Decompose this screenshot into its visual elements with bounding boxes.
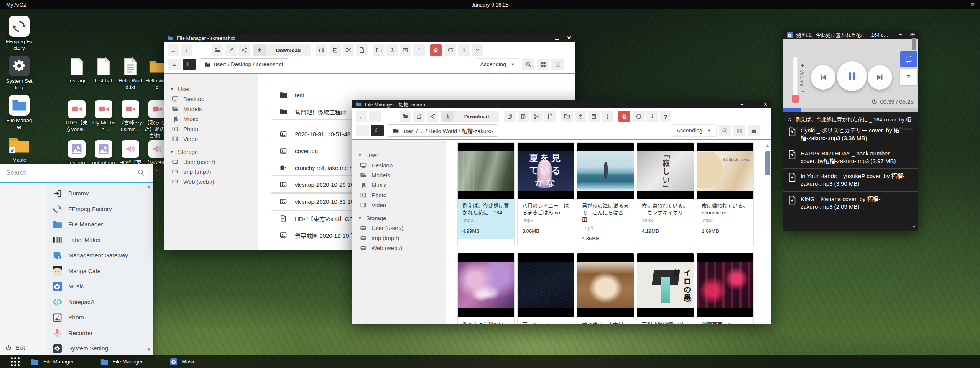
sort-order-dropdown[interactable]: Ascending▼ [475,59,520,70]
help-button[interactable]: ? [660,111,671,122]
sidebar-item-desktop[interactable]: Desktop [358,160,446,170]
sidebar-item-user-drive[interactable]: User (user:/) [358,223,446,233]
refresh-button[interactable] [445,44,456,56]
category-download[interactable] [0,222,46,234]
app-item-notepada[interactable]: NotepadA [46,294,153,310]
scroll-up-icon[interactable]: ▲ [146,184,151,189]
launcher-file-manager[interactable]: File Manager [5,95,33,131]
taskbar-item-music[interactable]: Music [170,358,196,365]
maximize-button[interactable] [555,35,559,41]
upload-button[interactable] [386,44,398,56]
sidebar-item-models[interactable]: Models [358,170,446,180]
sidebar-section-user[interactable]: ▼User [358,150,446,160]
grid-file-card[interactable]: 吉＿HarryP cover [517,253,574,324]
open-external-button[interactable] [225,44,237,56]
app-item-dummy[interactable]: Dummy [46,186,153,201]
minimize-button[interactable]: − [899,32,902,37]
search-button[interactable] [719,125,731,136]
app-item-management-gateway[interactable]: Management Gateway [46,248,153,263]
back-button[interactable]: ← [168,44,179,56]
rename-button[interactable] [413,44,425,56]
grid-file-card[interactable]: 命に嫌われている。 命に嫌われている。acoustic co... .mp3 1… [697,142,754,246]
dark-mode-toggle[interactable]: ☾ [183,59,196,70]
paste-button[interactable] [329,44,341,56]
app-item-system-setting[interactable]: System Setting [46,341,153,355]
archive-button[interactable] [400,44,411,56]
sidebar-item-tmp-drive[interactable]: tmp (tmp:/) [170,167,258,177]
share-button[interactable] [238,44,250,56]
dark-mode-toggle[interactable]: ☾ [371,125,384,136]
category-other[interactable] [0,293,46,305]
category-utilities[interactable] [0,281,46,293]
launcher-ffmpeg-factory[interactable]: FFmpeg Factory [5,16,33,52]
open-button[interactable] [212,44,223,56]
sidebar-section-storage[interactable]: ▼Storage [170,147,258,157]
sidebar-toggle-button[interactable]: ≡ [168,59,181,70]
info-button[interactable]: i [646,111,658,122]
app-item-photo[interactable]: Photo [46,310,153,325]
paste-button[interactable] [518,111,529,122]
close-button[interactable]: ✕ [567,35,571,41]
sidebar-item-music[interactable]: Music [170,114,258,124]
grid-file-card[interactable]: 四季折々に揺蕩い [457,253,515,324]
sidebar-item-music[interactable]: Music [358,180,446,190]
taskbar-item-file-manager-2[interactable]: File Manager [100,358,143,365]
sidebar-item-photo[interactable]: Photo [170,124,258,134]
trash-button[interactable] [430,44,442,56]
next-track-button[interactable] [868,65,892,90]
category-system-tools[interactable] [0,270,46,281]
volume-down[interactable]: − [801,88,805,95]
sidebar-section-storage[interactable]: ▼Storage [358,213,446,223]
playlist-item-in-your-hands[interactable]: In Your Hands _ yusukeP cover. by 柘榴-zak… [783,169,918,192]
back-button[interactable]: ← [356,111,367,122]
app-item-label-maker[interactable]: Label Maker [46,232,153,248]
grid-scrollbar[interactable]: ▲ [765,143,771,320]
playlist-scrollbar[interactable]: ▲ ▼ [911,31,917,229]
cut-button[interactable] [531,111,543,122]
close-button[interactable]: ✕ [763,101,768,107]
sidebar-item-models[interactable]: Models [170,104,258,114]
scroll-down-icon[interactable]: ▼ [146,347,151,352]
download-button[interactable]: Download [253,44,311,56]
new-file-button[interactable] [356,44,368,56]
new-file-button[interactable] [544,111,556,122]
category-media[interactable] [0,198,46,210]
grid-file-card[interactable]: 「寂しい」 命に嫌われている。＿カンザキイオリ... .mp3 4.19MB [637,142,694,246]
playlist-item-king[interactable]: KING _ Kanaria cover. by 柘榴-zakuro-.mp3 … [783,192,918,215]
maximize-button[interactable] [751,101,755,107]
app-list-scrollbar[interactable]: ▲▼ [146,184,152,352]
grid-file-card[interactable]: 君が夜の海に還るまで＿こんにちは谷田... .mp3 4.35MB [577,142,634,246]
trash-button[interactable] [618,111,630,122]
desktop-file-test-agi[interactable]: test.agi [64,57,90,91]
breadcrumb[interactable]: user: / Desktop / screenshot [200,58,288,70]
category-internet[interactable] [0,246,46,258]
category-all[interactable] [0,186,46,198]
taskbar-item-file-manager-1[interactable]: File Manager [31,358,74,365]
grid-file-card[interactable]: 幽霊東京＿Ayase [697,253,754,324]
share-button[interactable] [427,111,438,122]
grid-file-card[interactable]: 夏を見ているかな 八月のレイニー＿はるまきごはん co... .mp3 3.06… [517,142,574,246]
desktop-file-video-3[interactable]: 『雪峰～yukimin... [117,100,143,139]
top-menu-icon[interactable]: ≡ [970,1,975,8]
sidebar-item-web-drive[interactable]: Web (web:/) [170,177,258,186]
playlist-item-happy-birthday[interactable]: HAPPY BIRTHDAY _ back number cover. by柘榴… [783,146,918,169]
grid-file-card[interactable]: イロの愚者 妄想感傷代償連盟 [637,253,694,324]
scroll-up-icon[interactable]: ▲ [765,143,770,148]
app-item-manga-cafe[interactable]: Manga Cafe [46,263,153,279]
download-button[interactable]: Download [441,111,499,122]
up-button[interactable]: ↑ [181,44,192,56]
window-title-bar[interactable]: 例えば、今此処に置かれた花に _ 164 c… − ✕ [783,30,918,39]
previous-track-button[interactable] [811,65,835,90]
refresh-button[interactable] [633,111,645,122]
archive-button[interactable] [588,111,600,122]
sidebar-item-photo[interactable]: Photo [358,190,446,200]
category-office[interactable] [0,210,46,222]
app-item-ffmpeg-factory[interactable]: FFmpeg Factory [46,201,153,217]
volume-up[interactable]: + [801,62,804,69]
copy-button[interactable] [316,44,327,56]
grid-view-button[interactable] [733,125,745,136]
search-button[interactable] [522,59,534,70]
desktop-file-hello-world-txt[interactable]: Hello World.txt [117,57,143,91]
minimize-button[interactable]: − [740,101,743,107]
upload-button[interactable] [575,111,586,122]
